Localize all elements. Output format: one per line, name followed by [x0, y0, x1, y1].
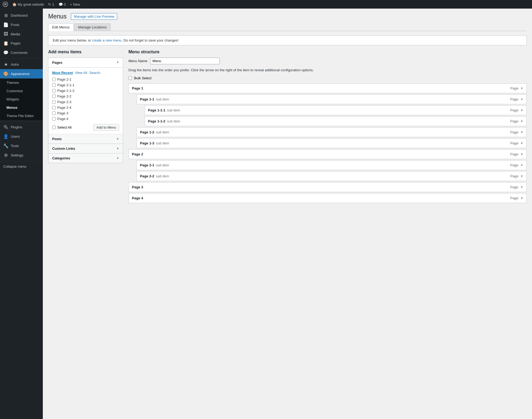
- list-item: Page 2-3: [52, 100, 119, 104]
- sidebar-item-appearance[interactable]: 🎨 Appearance: [0, 69, 43, 78]
- tab-most-recent[interactable]: Most Recent: [52, 71, 73, 75]
- menu-item-expand-icon[interactable]: ▼: [520, 98, 523, 101]
- menu-item-page4[interactable]: Page 4 Page ▼: [128, 193, 527, 203]
- menu-item-expand-icon[interactable]: ▼: [520, 142, 523, 145]
- page-checkbox-2[interactable]: [52, 83, 56, 87]
- menu-item-expand-icon[interactable]: ▼: [520, 120, 523, 123]
- menu-item-page1[interactable]: Page 1 Page ▼: [128, 83, 527, 93]
- menu-item-right: Page ▼: [510, 163, 523, 167]
- page-checkbox-7[interactable]: [52, 111, 56, 115]
- menu-item-page2-1[interactable]: Page 2-1 sub item Page ▼: [136, 160, 527, 170]
- menu-item-page1-2[interactable]: Page 1-2 sub item Page ▼: [136, 127, 527, 137]
- sidebar-item-settings[interactable]: ⚙ Settings: [0, 151, 43, 160]
- menu-item-expand-icon[interactable]: ▼: [520, 153, 523, 156]
- sidebar-item-plugins[interactable]: 🔌 Plugins: [0, 122, 43, 132]
- menu-item-right: Page ▼: [510, 86, 523, 90]
- sidebar-item-users[interactable]: 👤 Users: [0, 132, 43, 141]
- menu-item-right: Page ▼: [510, 174, 523, 178]
- menu-item-left: Page 1-1 sub item: [140, 97, 169, 101]
- tab-edit-menus[interactable]: Edit Menus: [48, 23, 74, 31]
- pages-accordion-header[interactable]: Pages ▲: [48, 58, 123, 68]
- page-checkbox-3[interactable]: [52, 89, 56, 92]
- updates-link[interactable]: ↻ 1: [48, 2, 54, 6]
- tab-view-all[interactable]: View All: [75, 71, 87, 75]
- sidebar-item-tools[interactable]: 🔧 Tools: [0, 141, 43, 151]
- list-item: Page 2-1-1: [52, 83, 119, 87]
- settings-icon: ⚙: [3, 153, 9, 158]
- pages-accordion-body: Most Recent View All Search Page 2-1: [48, 68, 123, 134]
- menu-item-expand-icon[interactable]: ▼: [520, 109, 523, 112]
- menu-item-right: Page ▼: [510, 141, 523, 145]
- menu-item-right: Page ▼: [510, 97, 523, 101]
- drag-hint: Drag the items into the order you prefer…: [128, 68, 527, 73]
- sidebar-item-dashboard[interactable]: ⊞ Dashboard: [0, 11, 43, 20]
- comments-link[interactable]: 💬 0: [59, 2, 66, 6]
- dashboard-icon: ⊞: [3, 13, 9, 18]
- users-icon: 👤: [3, 134, 9, 139]
- menu-item-expand-icon[interactable]: ▼: [520, 131, 523, 134]
- menu-item-expand-icon[interactable]: ▼: [520, 87, 523, 90]
- menu-item-left: Page 2-1 sub item: [140, 163, 169, 167]
- select-all-row: Select All: [52, 125, 71, 129]
- pages-sub-tabs: Most Recent View All Search: [52, 71, 119, 75]
- sidebar-item-astra[interactable]: ★ Astra: [0, 60, 43, 69]
- sidebar: ⊞ Dashboard 📄 Posts 🖼 Media 📋 Pages 💬 Co…: [0, 9, 43, 419]
- create-new-menu-link[interactable]: create a new menu: [92, 38, 122, 42]
- sidebar-item-media[interactable]: 🖼 Media: [0, 29, 43, 39]
- custom-links-accordion-header[interactable]: Custom Links ▼: [48, 144, 123, 154]
- menu-item-page1-3[interactable]: Page 1-3 sub item Page ▼: [136, 138, 527, 148]
- pages-list-footer: Select All Add to Menu: [52, 124, 119, 131]
- list-item: Page 2-4: [52, 106, 119, 110]
- categories-accordion-header[interactable]: Categories ▼: [48, 154, 123, 163]
- tab-manage-locations[interactable]: Manage Locations: [74, 23, 111, 31]
- tab-search[interactable]: Search: [89, 71, 100, 75]
- menu-item-expand-icon[interactable]: ▼: [520, 197, 523, 200]
- page-checkbox-6[interactable]: [52, 106, 56, 109]
- menu-item-page1-1-1[interactable]: Page 1-1-1 sub item Page ▼: [145, 105, 527, 115]
- svg-text:W: W: [4, 3, 7, 6]
- menu-name-row: Menu Name: [128, 58, 527, 64]
- sidebar-item-posts[interactable]: 📄 Posts: [0, 20, 43, 29]
- sidebar-item-themes[interactable]: Themes: [0, 78, 43, 87]
- sidebar-divider: [0, 58, 43, 59]
- select-all-checkbox[interactable]: [52, 126, 56, 129]
- bulk-select-row: Bulk Select: [128, 76, 527, 80]
- live-preview-button[interactable]: Manage with Live Preview: [71, 13, 117, 20]
- list-item: Page 4: [52, 117, 119, 121]
- menu-item-expand-icon[interactable]: ▼: [520, 175, 523, 178]
- menu-item-right: Page ▼: [510, 185, 523, 189]
- menu-item-page2-2[interactable]: Page 2-2 sub item Page ▼: [136, 171, 527, 181]
- sidebar-item-customize[interactable]: Customize: [0, 87, 43, 95]
- wp-logo-link[interactable]: W: [3, 2, 8, 7]
- new-content-link[interactable]: + New: [70, 2, 80, 6]
- add-to-menu-button[interactable]: Add to Menu: [93, 124, 119, 131]
- collapse-menu-button[interactable]: Collapse menu: [0, 162, 43, 171]
- sidebar-item-pages[interactable]: 📋 Pages: [0, 39, 43, 48]
- tabs-bar: Edit Menus Manage Locations: [48, 23, 527, 31]
- sidebar-divider-3: [0, 161, 43, 161]
- bulk-select-checkbox[interactable]: [128, 76, 132, 80]
- menu-item-page1-1[interactable]: Page 1-1 sub item Page ▼: [136, 94, 527, 104]
- page-checkbox-8[interactable]: [52, 117, 56, 121]
- menu-item-expand-icon[interactable]: ▼: [520, 186, 523, 189]
- posts-accordion-header[interactable]: Posts ▼: [48, 134, 123, 144]
- add-items-panel: Add menu items Pages ▲ Most Recent View …: [48, 50, 123, 163]
- menu-item-page1-1-2[interactable]: Page 1-1-2 sub item Page ▼: [145, 116, 527, 126]
- page-checkbox-5[interactable]: [52, 100, 56, 104]
- site-name-link[interactable]: 🏠 My great website: [12, 2, 44, 6]
- sidebar-item-comments[interactable]: 💬 Comments: [0, 48, 43, 57]
- menu-item-page3[interactable]: Page 3 Page ▼: [128, 182, 527, 192]
- menu-items-list: Page 1 Page ▼ Page 1-1 sub item: [128, 83, 527, 203]
- page-checkbox-1[interactable]: [52, 78, 56, 81]
- menu-item-expand-icon[interactable]: ▼: [520, 164, 523, 167]
- menu-structure-title: Menu structure: [128, 50, 527, 54]
- sidebar-item-widgets[interactable]: Widgets: [0, 95, 43, 103]
- custom-links-chevron-icon: ▼: [116, 147, 119, 150]
- sidebar-item-theme-file-editor[interactable]: Theme File Editor: [0, 112, 43, 120]
- menu-item-page2[interactable]: Page 2 Page ▼: [128, 149, 527, 159]
- plus-icon: +: [70, 2, 72, 6]
- menu-name-input[interactable]: [150, 58, 220, 64]
- page-checkbox-4[interactable]: [52, 95, 56, 98]
- menu-item-left: Page 4: [132, 196, 143, 200]
- sidebar-item-menus[interactable]: Menus: [0, 103, 43, 112]
